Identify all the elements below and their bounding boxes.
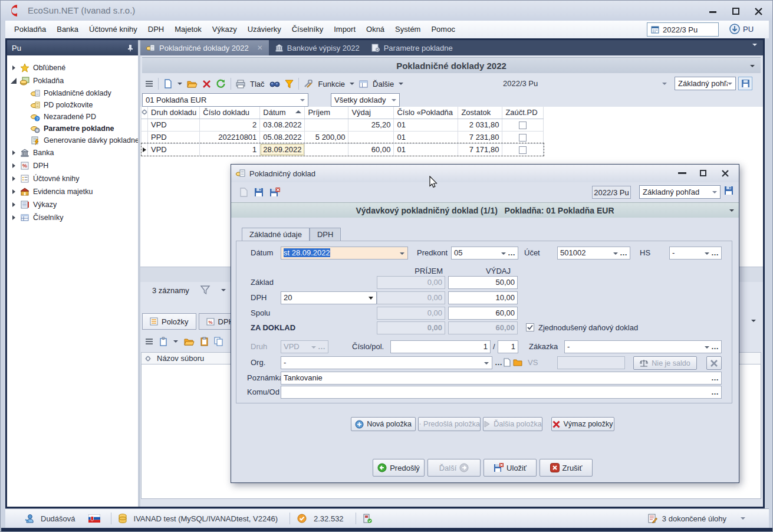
print-label[interactable]: Tlač xyxy=(250,80,265,88)
pin-icon[interactable] xyxy=(127,44,133,51)
dialog-save-view-button[interactable] xyxy=(724,186,733,197)
attach-new-icon[interactable] xyxy=(159,337,167,346)
tree-item-parametre-pokladne[interactable]: Parametre pokladne xyxy=(7,123,138,134)
cancel-button[interactable]: Zrušiť xyxy=(540,459,593,477)
user-menu-button[interactable]: PU xyxy=(729,24,754,34)
previous-button[interactable]: Predošlý xyxy=(373,459,425,477)
simplified-checkbox[interactable] xyxy=(526,323,534,331)
prev-item-button[interactable]: Predošlá položka xyxy=(418,417,481,431)
vs-clear-button[interactable] xyxy=(706,356,722,370)
saldo-button[interactable]: Nie je saldo xyxy=(633,356,697,370)
dialog-close-button[interactable] xyxy=(722,170,729,177)
dph-vydaj-field[interactable]: 10,00 xyxy=(448,291,518,304)
menu-pokladna[interactable]: Pokladňa xyxy=(9,21,51,38)
functions-icon[interactable] xyxy=(304,80,314,88)
file-column-header[interactable]: Názov súboru xyxy=(157,354,204,363)
menu-vykazy[interactable]: Výkazy xyxy=(207,21,242,38)
tree-item-pokladna[interactable]: Pokladňa xyxy=(7,74,138,87)
clipboard-icon[interactable] xyxy=(200,337,208,346)
save-button[interactable]: Uložiť xyxy=(483,459,537,477)
grid-row-1[interactable]: VPD 2 03.08.2022 25,20 01 2 031,80 xyxy=(142,119,544,131)
zaklad-vydaj-field[interactable]: 50,00 xyxy=(448,276,518,289)
menu-pomoc[interactable]: Pomoc xyxy=(426,21,460,38)
tree-item-uctovne-knihy[interactable]: Účtovné knihy xyxy=(7,172,138,185)
komuod-field[interactable]: … xyxy=(281,386,722,399)
save-icon[interactable] xyxy=(254,188,264,197)
dialog-header-caret-icon[interactable] xyxy=(729,209,734,212)
ucet-ellipsis-icon[interactable]: … xyxy=(620,247,627,259)
delete-icon[interactable] xyxy=(202,80,211,88)
column-header-cislo[interactable]: Číslo dokladu xyxy=(200,107,260,119)
tab-close-icon[interactable]: ✕ xyxy=(257,44,263,52)
print-icon[interactable] xyxy=(236,80,245,88)
menu-banka[interactable]: Banka xyxy=(51,21,84,38)
ucet-field[interactable]: 501002 … xyxy=(557,247,630,260)
tree-item-dph[interactable]: % DPH xyxy=(7,159,138,172)
documents-filter-combobox[interactable]: Všetky doklady xyxy=(331,93,400,107)
zakazka-field[interactable]: - … xyxy=(564,340,722,353)
dph-rate-combobox[interactable]: 20 xyxy=(281,291,377,304)
save-close-icon[interactable] xyxy=(269,188,280,197)
more-grid-icon[interactable] xyxy=(359,80,368,88)
tree-item-pokladnicne-doklady[interactable]: Pokladničné doklady xyxy=(7,87,138,99)
column-header-vydaj[interactable]: Výdaj xyxy=(348,107,394,119)
filter-icon[interactable] xyxy=(285,80,294,88)
datum-field[interactable]: st 28.09.2022 xyxy=(281,247,408,260)
view-combobox[interactable]: Základný pohľad xyxy=(675,77,736,90)
functions-label[interactable]: Funkcie xyxy=(318,80,346,88)
tree-item-vykazy[interactable]: Výkazy xyxy=(7,198,138,211)
tree-item-oblubene[interactable]: Obľúbené xyxy=(7,61,138,74)
grid-settings-gear-icon[interactable] xyxy=(142,107,148,119)
tab-parametre-pokladne[interactable]: Parametre pokladne xyxy=(366,40,459,55)
tree-item-ciselniky[interactable]: Číselníky xyxy=(7,211,138,224)
column-header-datum[interactable]: Dátum xyxy=(260,107,305,119)
menu-uctovne-knihy[interactable]: Účtovné knihy xyxy=(84,21,143,38)
period-caret-icon[interactable] xyxy=(662,83,667,85)
status-tasks[interactable]: 3 dokončené úlohy xyxy=(662,514,726,523)
pol-field[interactable]: 1 xyxy=(498,340,518,353)
zauct-checkbox[interactable] xyxy=(519,134,527,142)
org-new-doc-icon[interactable] xyxy=(504,358,511,367)
grid-row-selected[interactable]: VPD 1 28.09.2022 60,00 01 7 171,80 xyxy=(142,143,544,156)
menu-majetok[interactable]: Majetok xyxy=(169,21,207,38)
zauct-checkbox[interactable] xyxy=(519,121,527,129)
hs-field[interactable]: - … xyxy=(669,247,722,260)
predkont-ellipsis-icon[interactable]: … xyxy=(508,247,515,259)
new-document-icon[interactable] xyxy=(163,79,173,88)
tab-list-caret-icon[interactable] xyxy=(752,46,757,55)
period-label[interactable]: 2022/3 Pu xyxy=(503,79,538,88)
column-header-pokladna[interactable]: Číslo «Pokladňa xyxy=(394,107,458,119)
menu-icon[interactable] xyxy=(145,80,153,87)
menu-import[interactable]: Import xyxy=(328,21,361,38)
bottom-panel-caret-icon[interactable] xyxy=(751,320,756,322)
poznamka-field[interactable]: Tankovanie … xyxy=(281,372,722,385)
copy-icon[interactable] xyxy=(214,337,223,346)
dialog-minimize-button[interactable] xyxy=(678,172,686,174)
org-folder-icon[interactable] xyxy=(513,359,522,366)
dialog-view-combobox[interactable]: Základný pohľad xyxy=(639,185,721,199)
hs-ellipsis-icon[interactable]: … xyxy=(711,247,719,259)
close-button[interactable] xyxy=(755,8,767,15)
menu-ciselniky[interactable]: Číselníky xyxy=(287,21,328,38)
zauct-checkbox[interactable] xyxy=(519,146,527,154)
tree-item-generovanie-davky[interactable]: Generovanie dávky pokladne xyxy=(7,134,138,146)
tab-pokladnicne-doklady[interactable]: Pokladničné doklady 2022 ✕ xyxy=(140,40,269,55)
new-document-caret-icon[interactable] xyxy=(177,83,182,85)
open-folder-icon[interactable] xyxy=(187,80,198,88)
next-item-button[interactable]: Ďalšia položka xyxy=(483,417,542,431)
tree-item-evidencia-majetku[interactable]: Evidencia majetku xyxy=(7,185,138,198)
dialog-tab-zakladne[interactable]: Základné údaje xyxy=(242,228,310,241)
tab-bankove-vypisy[interactable]: Bankové výpisy 2022 xyxy=(269,40,366,55)
menu-icon[interactable] xyxy=(145,338,153,345)
more-caret-icon[interactable] xyxy=(399,83,403,85)
refresh-icon[interactable] xyxy=(216,79,226,88)
grid-settings-gear-icon[interactable] xyxy=(145,356,151,362)
poznamka-ellipsis-icon[interactable]: … xyxy=(711,372,719,384)
cashdesk-combobox[interactable]: 01 Pokladňa EUR xyxy=(142,93,308,107)
dialog-tab-dph[interactable]: DPH xyxy=(310,228,341,241)
tasks-caret-icon[interactable] xyxy=(741,517,745,520)
minimize-button[interactable] xyxy=(709,8,721,15)
grid-row-2[interactable]: PPD 202210801 05.08.2022 5 200,00 01 7 2… xyxy=(142,131,544,143)
column-header-druh[interactable]: Druh dokladu xyxy=(148,107,200,119)
delete-item-button[interactable]: Výmaz položky xyxy=(551,417,614,431)
